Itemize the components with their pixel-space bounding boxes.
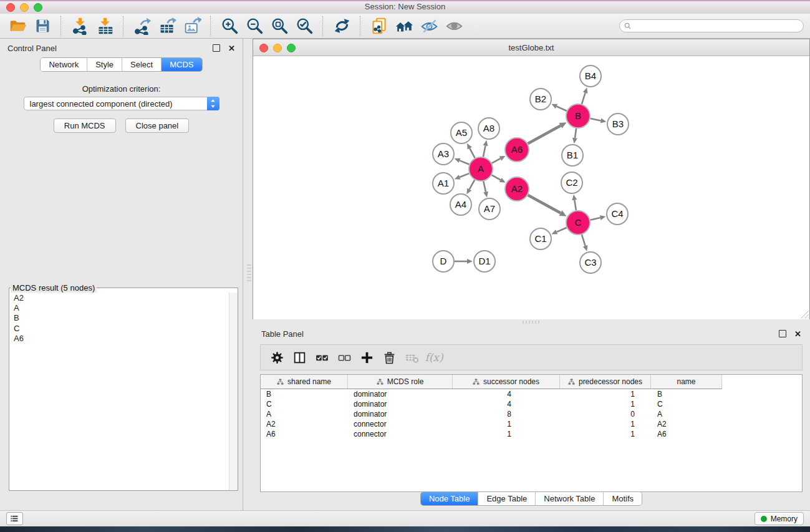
table-panel-tab-edge-table[interactable]: Edge Table <box>478 492 535 505</box>
network-edge-A-A6[interactable] <box>492 158 501 163</box>
zoom-selected-button[interactable] <box>292 16 317 37</box>
import-table-button[interactable] <box>92 16 117 37</box>
table-cell[interactable]: 1 <box>560 420 651 428</box>
split-divider-grip-horizontal[interactable] <box>523 321 540 324</box>
save-session-button[interactable] <box>30 16 55 37</box>
function-builder-button[interactable]: f(x) <box>423 347 445 368</box>
network-edge-B-B4[interactable] <box>582 93 586 104</box>
table-cell[interactable]: dominator <box>348 410 453 418</box>
control-panel-tab-style[interactable]: Style <box>87 58 122 71</box>
float-table-panel-icon[interactable] <box>779 330 786 337</box>
table-cell[interactable]: A2 <box>651 420 722 428</box>
network-minimize-button[interactable] <box>273 44 282 52</box>
table-cell[interactable]: 1 <box>560 430 651 438</box>
column-header-successor-nodes[interactable]: successor nodes <box>453 375 560 389</box>
network-edge-A-A3[interactable] <box>460 160 469 164</box>
network-edge-A-A5[interactable] <box>470 148 475 158</box>
float-panel-icon[interactable] <box>213 44 220 52</box>
close-panel-icon[interactable]: ✕ <box>228 44 235 52</box>
network-edge-C-C3[interactable] <box>582 235 586 246</box>
search-field[interactable] <box>619 19 804 32</box>
search-input[interactable] <box>634 21 799 31</box>
column-header-name[interactable]: name <box>651 375 722 389</box>
table-cell[interactable]: 4 <box>453 400 560 409</box>
run-mcds-button[interactable]: Run MCDS <box>54 118 116 133</box>
column-header-mcds-role[interactable]: MCDS role <box>348 375 453 389</box>
table-cell[interactable]: 4 <box>453 390 560 399</box>
network-close-button[interactable] <box>259 44 268 52</box>
zoom-out-button[interactable] <box>242 16 267 37</box>
open-session-button[interactable] <box>5 16 30 37</box>
apply-preferred-layout-button[interactable] <box>329 16 354 37</box>
table-cell[interactable]: 1 <box>560 390 651 399</box>
table-cell[interactable]: C <box>651 400 722 409</box>
column-header-predecessor-nodes[interactable]: predecessor nodes <box>560 375 651 389</box>
delete-table-button[interactable] <box>400 347 423 368</box>
control-panel-tab-mcds[interactable]: MCDS <box>161 58 201 71</box>
table-cell[interactable]: 1 <box>453 420 560 428</box>
network-edge-A-A2[interactable] <box>492 175 501 180</box>
hide-selected-button[interactable] <box>417 16 441 37</box>
table-row[interactable]: Bdominator41B <box>261 389 802 399</box>
new-network-from-selection-button[interactable] <box>367 16 392 37</box>
table-cell[interactable]: C <box>261 400 348 409</box>
first-neighbors-button[interactable] <box>392 16 417 37</box>
table-cell[interactable]: dominator <box>348 390 453 399</box>
network-edge-A-A7[interactable] <box>483 181 486 192</box>
zoom-fit-button[interactable] <box>267 16 292 37</box>
network-edge-A-A1[interactable] <box>460 173 469 177</box>
table-cell[interactable]: A <box>651 410 722 418</box>
column-manager-button[interactable] <box>288 347 311 368</box>
table-cell[interactable]: 1 <box>560 400 651 409</box>
table-cell[interactable]: connector <box>348 420 453 428</box>
network-edge-A-A8[interactable] <box>483 145 486 157</box>
select-all-button[interactable] <box>311 347 333 368</box>
network-zoom-button[interactable] <box>287 44 296 52</box>
export-table-button[interactable] <box>155 16 180 37</box>
table-row[interactable]: A6connector11A6 <box>261 429 802 439</box>
network-edge-C-C1[interactable] <box>557 228 567 232</box>
control-panel-tab-network[interactable]: Network <box>41 58 87 71</box>
table-row[interactable]: Adominator80A <box>261 409 802 419</box>
network-edge-B-B3[interactable] <box>591 118 601 120</box>
dropdown-stepper-icon[interactable] <box>207 97 219 110</box>
table-cell[interactable]: B <box>261 390 348 399</box>
network-edge-A-A4[interactable] <box>470 180 475 189</box>
table-panel-tab-motifs[interactable]: Motifs <box>603 492 642 505</box>
network-edge-B-B2[interactable] <box>557 106 567 110</box>
network-edge-B-B1[interactable] <box>575 128 576 138</box>
network-edge-A2-C[interactable] <box>528 195 561 213</box>
table-cell[interactable]: A <box>261 410 348 418</box>
table-cell[interactable]: 1 <box>453 430 560 438</box>
table-cell[interactable]: dominator <box>348 400 453 409</box>
delete-row-button[interactable] <box>378 347 400 368</box>
table-cell[interactable]: 0 <box>560 410 651 418</box>
table-row[interactable]: Cdominator41C <box>261 399 802 409</box>
table-panel-tab-network-table[interactable]: Network Table <box>535 492 603 505</box>
close-panel-button[interactable]: Close panel <box>125 118 190 133</box>
result-scrollbar[interactable] <box>229 293 238 490</box>
memory-button[interactable]: Memory <box>755 512 804 525</box>
table-cell[interactable]: 8 <box>453 410 560 418</box>
split-divider-grip-vertical[interactable] <box>247 264 251 282</box>
control-panel-tab-select[interactable]: Select <box>122 58 161 71</box>
network-edge-A6-B[interactable] <box>528 125 561 143</box>
table-panel-tab-node-table[interactable]: Node Table <box>421 492 478 505</box>
table-cell[interactable]: A6 <box>651 430 722 438</box>
table-cell[interactable]: A6 <box>261 430 348 438</box>
table-cell[interactable]: A2 <box>261 420 348 428</box>
unselect-all-button[interactable] <box>333 347 355 368</box>
show-panels-button[interactable] <box>6 512 23 525</box>
table-row[interactable]: A2connector11A2 <box>261 419 802 429</box>
settings-button[interactable] <box>266 347 288 368</box>
zoom-in-button[interactable] <box>217 16 242 37</box>
table-cell[interactable]: connector <box>348 430 453 438</box>
close-table-panel-icon[interactable]: ✕ <box>794 330 801 338</box>
optimization-criterion-dropdown[interactable]: largest connected component (directed) <box>24 97 219 110</box>
add-row-button[interactable] <box>355 347 378 368</box>
show-all-button[interactable] <box>441 16 466 37</box>
network-canvas[interactable]: B4B2BB3A5A8A6A3B1AA1C2A2A4A7C4CC1C3DD1 <box>253 56 809 319</box>
table-cell[interactable]: B <box>651 390 722 399</box>
export-image-button[interactable] <box>180 16 205 37</box>
network-edge-C-C4[interactable] <box>591 218 600 220</box>
